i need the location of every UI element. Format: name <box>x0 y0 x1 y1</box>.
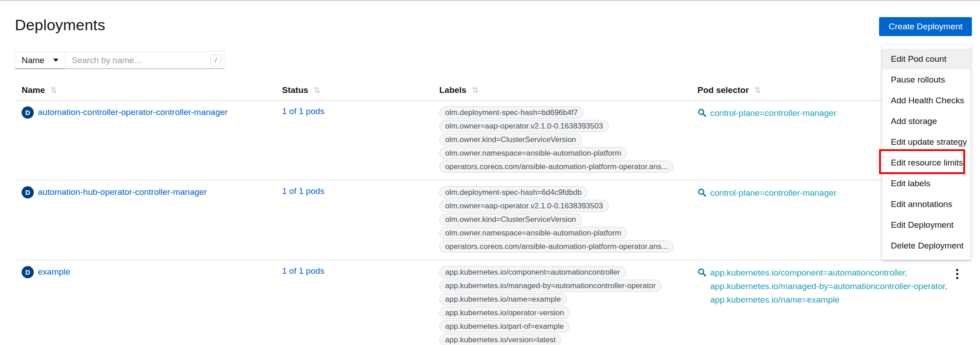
menu-item-add-health-checks[interactable]: Add Health Checks <box>882 90 971 111</box>
sort-icon: ⇅ <box>754 86 761 95</box>
label-chip: olm.owner=aap-operator.v2.1.0-0.16383935… <box>439 120 609 132</box>
menu-item-pause-rollouts[interactable]: Pause rollouts <box>882 69 971 90</box>
pods-status-link[interactable]: 1 of 1 pods <box>282 266 324 276</box>
menu-item-edit-labels[interactable]: Edit labels <box>882 173 971 194</box>
search-icon <box>697 108 707 119</box>
label-chip: operators.coreos.com/ansible-automation-… <box>439 240 674 253</box>
deployment-resource-badge: D <box>22 106 34 119</box>
label-chip: olm.owner.namespace=ansible-automation-p… <box>439 227 627 239</box>
menu-item-edit-deployment[interactable]: Edit Deployment <box>882 215 971 235</box>
filter-toolbar: Name / <box>15 51 224 69</box>
label-chip: app.kubernetes.io/part-of=example <box>439 320 570 332</box>
menu-item-add-storage[interactable]: Add storage <box>882 111 971 132</box>
slash-shortcut-hint: / <box>210 55 221 66</box>
search-icon <box>697 268 707 279</box>
sort-icon: ⇅ <box>314 86 320 95</box>
table-row: D automation-hub-operator-controller-man… <box>15 180 971 260</box>
label-chip: olm.deployment-spec-hash=6d4c9fdbdb <box>439 186 588 198</box>
label-chip: olm.deployment-spec-hash=bd696b4f7 <box>439 106 583 119</box>
label-chip: app.kubernetes.io/name=example <box>439 293 567 305</box>
table-row: D automation-controller-operator-control… <box>15 100 971 180</box>
label-chip: app.kubernetes.io/version=latest <box>439 334 561 345</box>
label-chip: olm.owner.kind=ClusterServiceVersion <box>439 213 582 225</box>
menu-item-delete-deployment[interactable]: Delete Deployment <box>882 235 971 256</box>
deployment-resource-badge: D <box>22 266 34 278</box>
menu-item-edit-pod-count[interactable]: Edit Pod count <box>882 49 971 69</box>
deployments-table: Name⇅ Status⇅ Labels⇅ Pod selector⇅ D au… <box>15 81 971 345</box>
pod-selector-link[interactable]: control-plane=controller-manager <box>710 186 836 200</box>
caret-down-icon <box>53 59 59 62</box>
sort-icon: ⇅ <box>472 86 479 95</box>
label-chip: olm.owner.namespace=ansible-automation-p… <box>439 147 627 159</box>
label-chip: app.kubernetes.io/component=automationco… <box>439 266 626 278</box>
deployment-name-link[interactable]: automation-hub-operator-controller-manag… <box>38 187 207 197</box>
column-header-labels[interactable]: Labels⇅ <box>433 81 691 100</box>
pod-selector-link[interactable]: app.kubernetes.io/name=example <box>710 293 948 307</box>
kebab-menu-button[interactable] <box>952 268 962 280</box>
menu-item-edit-annotations[interactable]: Edit annotations <box>882 194 971 215</box>
create-deployment-button[interactable]: Create Deployment <box>879 17 972 36</box>
filter-type-dropdown[interactable]: Name <box>15 51 65 69</box>
deployment-resource-badge: D <box>22 186 34 198</box>
label-chip: app.kubernetes.io/operator-version <box>439 307 570 319</box>
column-header-status[interactable]: Status⇅ <box>275 81 433 100</box>
deployment-name-link[interactable]: automation-controller-operator-controlle… <box>38 107 228 117</box>
sort-icon: ⇅ <box>50 86 57 95</box>
pod-selector-link[interactable]: app.kubernetes.io/managed-by=automationc… <box>710 280 948 293</box>
page-title: Deployments <box>15 16 105 34</box>
pod-selector-link[interactable]: app.kubernetes.io/component=automationco… <box>710 266 948 280</box>
search-icon <box>697 188 707 199</box>
label-chip: olm.owner.kind=ClusterServiceVersion <box>439 133 582 146</box>
pods-status-link[interactable]: 1 of 1 pods <box>282 186 324 196</box>
pod-selector-link[interactable]: control-plane=controller-manager <box>710 106 836 120</box>
label-chip: operators.coreos.com/ansible-automation-… <box>439 161 674 173</box>
pods-status-link[interactable]: 1 of 1 pods <box>282 106 324 116</box>
table-row: D example 1 of 1 pods app.kubernetes.io/… <box>15 260 971 345</box>
actions-dropdown-menu: Edit Pod count Pause rollouts Add Health… <box>882 45 971 260</box>
menu-item-edit-update-strategy[interactable]: Edit update strategy <box>882 132 971 152</box>
label-chip: olm.owner=aap-operator.v2.1.0-0.16383935… <box>439 200 609 212</box>
menu-item-edit-resource-limits[interactable]: Edit resource limits <box>882 152 971 173</box>
column-header-name[interactable]: Name⇅ <box>15 81 275 100</box>
window-top-border <box>0 0 980 1</box>
deployment-name-link[interactable]: example <box>38 267 70 277</box>
search-input[interactable] <box>65 51 224 69</box>
table-header-row: Name⇅ Status⇅ Labels⇅ Pod selector⇅ <box>15 81 971 100</box>
label-chip: app.kubernetes.io/managed-by=automationc… <box>439 280 661 292</box>
filter-type-label: Name <box>22 55 45 65</box>
